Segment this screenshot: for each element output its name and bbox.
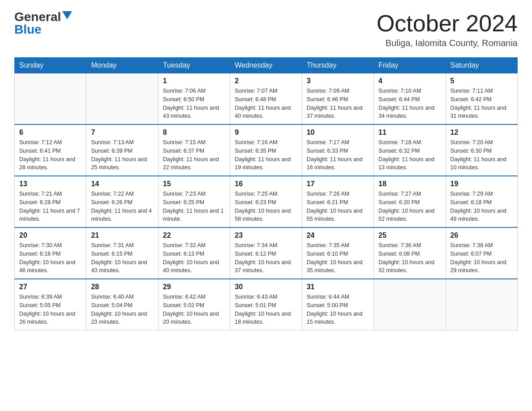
- day-number: 16: [235, 180, 297, 188]
- day-number: 8: [163, 128, 225, 137]
- table-row: 24Sunrise: 7:35 AMSunset: 6:10 PMDayligh…: [302, 227, 373, 279]
- day-info: Sunrise: 7:31 AMSunset: 6:15 PMDaylight:…: [91, 241, 153, 275]
- table-row: [86, 73, 158, 125]
- day-info: Sunrise: 7:35 AMSunset: 6:10 PMDaylight:…: [307, 241, 369, 275]
- table-row: 27Sunrise: 6:39 AMSunset: 5:05 PMDayligh…: [15, 279, 86, 330]
- svg-marker-0: [62, 11, 72, 19]
- day-number: 25: [378, 231, 441, 240]
- day-info: Sunrise: 6:39 AMSunset: 5:05 PMDaylight:…: [19, 293, 82, 326]
- day-info: Sunrise: 7:06 AMSunset: 6:50 PMDaylight:…: [163, 87, 225, 120]
- day-info: Sunrise: 7:23 AMSunset: 6:25 PMDaylight:…: [163, 190, 225, 223]
- day-info: Sunrise: 6:40 AMSunset: 5:04 PMDaylight:…: [91, 293, 153, 326]
- table-row: 18Sunrise: 7:27 AMSunset: 6:20 PMDayligh…: [374, 176, 446, 227]
- day-info: Sunrise: 7:26 AMSunset: 6:21 PMDaylight:…: [307, 190, 369, 223]
- page-header: General Blue October 2024 Buliga, Ialomi…: [14, 11, 518, 48]
- day-info: Sunrise: 7:17 AMSunset: 6:33 PMDaylight:…: [307, 138, 369, 172]
- table-row: 6Sunrise: 7:12 AMSunset: 6:41 PMDaylight…: [15, 124, 86, 176]
- day-number: 10: [307, 128, 369, 137]
- day-number: 7: [91, 128, 153, 137]
- day-info: Sunrise: 7:11 AMSunset: 6:42 PMDaylight:…: [450, 87, 513, 120]
- calendar-week-row: 1Sunrise: 7:06 AMSunset: 6:50 PMDaylight…: [15, 73, 518, 125]
- day-info: Sunrise: 7:18 AMSunset: 6:32 PMDaylight:…: [378, 138, 441, 172]
- table-row: 12Sunrise: 7:20 AMSunset: 6:30 PMDayligh…: [446, 124, 517, 176]
- day-info: Sunrise: 6:42 AMSunset: 5:02 PMDaylight:…: [163, 293, 225, 326]
- day-number: 5: [450, 77, 513, 85]
- day-number: 3: [307, 77, 369, 85]
- day-number: 23: [235, 231, 297, 240]
- calendar-header-row: Sunday Monday Tuesday Wednesday Thursday…: [15, 58, 518, 73]
- day-number: 29: [163, 283, 225, 291]
- day-number: 28: [91, 283, 153, 291]
- table-row: 22Sunrise: 7:32 AMSunset: 6:13 PMDayligh…: [158, 227, 230, 279]
- day-number: 19: [450, 180, 513, 188]
- header-friday: Friday: [374, 58, 446, 73]
- table-row: 23Sunrise: 7:34 AMSunset: 6:12 PMDayligh…: [230, 227, 302, 279]
- day-info: Sunrise: 7:13 AMSunset: 6:39 PMDaylight:…: [91, 138, 153, 172]
- day-info: Sunrise: 7:09 AMSunset: 6:46 PMDaylight:…: [307, 87, 369, 120]
- calendar-week-row: 27Sunrise: 6:39 AMSunset: 5:05 PMDayligh…: [15, 279, 518, 330]
- day-info: Sunrise: 7:10 AMSunset: 6:44 PMDaylight:…: [378, 87, 441, 120]
- day-number: 24: [307, 231, 369, 240]
- calendar-week-row: 6Sunrise: 7:12 AMSunset: 6:41 PMDaylight…: [15, 124, 518, 176]
- header-thursday: Thursday: [302, 58, 373, 73]
- table-row: 14Sunrise: 7:22 AMSunset: 6:26 PMDayligh…: [86, 176, 158, 227]
- day-info: Sunrise: 7:32 AMSunset: 6:13 PMDaylight:…: [163, 241, 225, 275]
- table-row: 26Sunrise: 7:38 AMSunset: 6:07 PMDayligh…: [446, 227, 517, 279]
- day-number: 21: [91, 231, 153, 240]
- table-row: 17Sunrise: 7:26 AMSunset: 6:21 PMDayligh…: [302, 176, 373, 227]
- calendar-table: Sunday Monday Tuesday Wednesday Thursday…: [14, 57, 518, 330]
- day-number: 12: [450, 128, 513, 137]
- day-info: Sunrise: 7:07 AMSunset: 6:48 PMDaylight:…: [235, 87, 297, 120]
- table-row: 21Sunrise: 7:31 AMSunset: 6:15 PMDayligh…: [86, 227, 158, 279]
- day-number: 20: [19, 231, 82, 240]
- table-row: [446, 279, 517, 330]
- day-number: 9: [235, 128, 297, 137]
- day-number: 17: [307, 180, 369, 188]
- table-row: 9Sunrise: 7:16 AMSunset: 6:35 PMDaylight…: [230, 124, 302, 176]
- day-info: Sunrise: 7:36 AMSunset: 6:08 PMDaylight:…: [378, 241, 441, 275]
- logo-blue: Blue: [14, 22, 42, 36]
- table-row: 30Sunrise: 6:43 AMSunset: 5:01 PMDayligh…: [230, 279, 302, 330]
- day-info: Sunrise: 7:15 AMSunset: 6:37 PMDaylight:…: [163, 138, 225, 172]
- day-number: 15: [163, 180, 225, 188]
- day-info: Sunrise: 7:22 AMSunset: 6:26 PMDaylight:…: [91, 190, 153, 223]
- table-row: 2Sunrise: 7:07 AMSunset: 6:48 PMDaylight…: [230, 73, 302, 125]
- table-row: [15, 73, 86, 125]
- day-info: Sunrise: 7:20 AMSunset: 6:30 PMDaylight:…: [450, 138, 513, 172]
- table-row: 4Sunrise: 7:10 AMSunset: 6:44 PMDaylight…: [374, 73, 446, 125]
- header-wednesday: Wednesday: [230, 58, 302, 73]
- table-row: 16Sunrise: 7:25 AMSunset: 6:23 PMDayligh…: [230, 176, 302, 227]
- day-number: 1: [163, 77, 225, 85]
- table-row: 15Sunrise: 7:23 AMSunset: 6:25 PMDayligh…: [158, 176, 230, 227]
- day-info: Sunrise: 7:21 AMSunset: 6:28 PMDaylight:…: [19, 190, 82, 223]
- day-number: 30: [235, 283, 297, 291]
- table-row: 1Sunrise: 7:06 AMSunset: 6:50 PMDaylight…: [158, 73, 230, 125]
- table-row: 28Sunrise: 6:40 AMSunset: 5:04 PMDayligh…: [86, 279, 158, 330]
- header-monday: Monday: [86, 58, 158, 73]
- day-info: Sunrise: 6:43 AMSunset: 5:01 PMDaylight:…: [235, 293, 297, 326]
- day-info: Sunrise: 7:12 AMSunset: 6:41 PMDaylight:…: [19, 138, 82, 172]
- table-row: 31Sunrise: 6:44 AMSunset: 5:00 PMDayligh…: [302, 279, 373, 330]
- day-info: Sunrise: 6:44 AMSunset: 5:00 PMDaylight:…: [307, 293, 369, 326]
- logo-arrow-icon: [62, 11, 72, 20]
- day-info: Sunrise: 7:16 AMSunset: 6:35 PMDaylight:…: [235, 138, 297, 172]
- calendar-week-row: 13Sunrise: 7:21 AMSunset: 6:28 PMDayligh…: [15, 176, 518, 227]
- day-number: 22: [163, 231, 225, 240]
- day-info: Sunrise: 7:34 AMSunset: 6:12 PMDaylight:…: [235, 241, 297, 275]
- logo: General Blue: [14, 11, 72, 36]
- table-row: 5Sunrise: 7:11 AMSunset: 6:42 PMDaylight…: [446, 73, 517, 125]
- table-row: 10Sunrise: 7:17 AMSunset: 6:33 PMDayligh…: [302, 124, 373, 176]
- day-number: 2: [235, 77, 297, 85]
- day-number: 6: [19, 128, 82, 137]
- table-row: 29Sunrise: 6:42 AMSunset: 5:02 PMDayligh…: [158, 279, 230, 330]
- day-number: 14: [91, 180, 153, 188]
- header-sunday: Sunday: [15, 58, 86, 73]
- calendar-week-row: 20Sunrise: 7:30 AMSunset: 6:16 PMDayligh…: [15, 227, 518, 279]
- day-info: Sunrise: 7:30 AMSunset: 6:16 PMDaylight:…: [19, 241, 82, 275]
- table-row: 25Sunrise: 7:36 AMSunset: 6:08 PMDayligh…: [374, 227, 446, 279]
- day-number: 4: [378, 77, 441, 85]
- table-row: 8Sunrise: 7:15 AMSunset: 6:37 PMDaylight…: [158, 124, 230, 176]
- table-row: 3Sunrise: 7:09 AMSunset: 6:46 PMDaylight…: [302, 73, 373, 125]
- day-number: 26: [450, 231, 513, 240]
- day-number: 27: [19, 283, 82, 291]
